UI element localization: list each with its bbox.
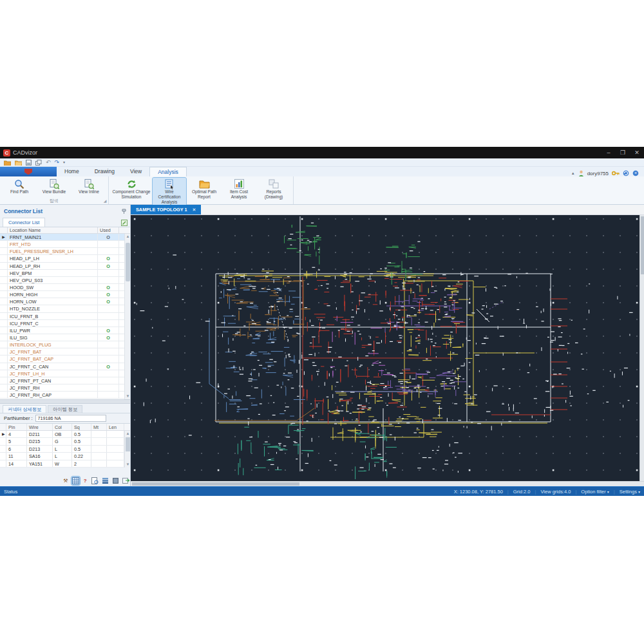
ribbon-tab-home[interactable]: Home [57, 167, 87, 176]
new-folder-icon[interactable] [4, 160, 11, 166]
connector-row[interactable]: ILU_SIGO [0, 334, 130, 341]
grid-setting[interactable]: Grid:2.0 [513, 489, 531, 495]
connector-row[interactable]: JC_FRNT_BAT [0, 348, 130, 355]
connector-row[interactable]: ICU_FRNT_B [0, 313, 130, 320]
canvas-vertical-scrollbar[interactable] [639, 215, 644, 481]
copy-icon[interactable] [35, 160, 42, 166]
dialog-launcher-icon[interactable]: ◢ [103, 199, 107, 203]
connector-row[interactable]: INTERLOCK_PLUG [0, 341, 130, 348]
column-used[interactable]: Used [98, 227, 119, 233]
tool-help-icon[interactable]: ? [82, 477, 90, 485]
redo-icon[interactable]: ↷ [55, 159, 60, 166]
pin-column-len[interactable]: Len [107, 424, 124, 430]
help-icon[interactable]: « [632, 170, 639, 176]
pin-row[interactable]: 6D213L0.5 [0, 446, 130, 453]
item-cost-analysis-button[interactable]: Item Cost Analysis [222, 178, 256, 200]
view-bundle-button[interactable]: View Bundle [37, 178, 71, 195]
connector-row[interactable]: ICU_FRNT_C [0, 320, 130, 327]
undo-icon[interactable]: ↶ [46, 159, 51, 166]
column-location-name[interactable]: Location Name [8, 227, 98, 233]
restore-button[interactable]: ❐ [616, 147, 630, 158]
detail-tab[interactable]: 아이템 정보 [48, 405, 82, 413]
location-name: HORN_HIGH [8, 291, 98, 298]
view-grid-setting[interactable]: View grids:4.0 [540, 489, 571, 495]
panel-splitter[interactable] [0, 399, 130, 404]
connector-row[interactable]: JC_FRNT_PT_CAN [0, 377, 130, 384]
pin-row[interactable]: 11SA16L0.22 [0, 453, 130, 460]
tool-hammer-icon[interactable]: ⚒ [62, 477, 70, 485]
connector-row[interactable]: HOOD_SWO [0, 284, 130, 291]
connector-row[interactable]: JC_FRNT_BAT_CAP [0, 355, 130, 363]
connector-row[interactable]: HEAD_LP_RHO [0, 263, 130, 270]
scroll-up-icon[interactable]: ▲ [125, 431, 131, 437]
connector-row[interactable]: HEAD_LP_LHO [0, 255, 130, 262]
connector-rows: ▶FRNT_MAIN21OFRT_HTDFUEL_PRESSURE_SNSR_L… [0, 234, 130, 399]
detail-tab[interactable]: 커넥터 상세정보 [3, 405, 46, 413]
sync-icon[interactable] [623, 170, 629, 176]
tool-export-icon[interactable] [122, 477, 130, 485]
optimal-path-report-button[interactable]: Optimal Path Report [187, 178, 221, 200]
pin-column-col[interactable]: Col [53, 424, 72, 430]
tool-book-icon[interactable] [111, 477, 120, 485]
connector-row[interactable]: FUEL_PRESSURE_SNSR_LH [0, 248, 130, 255]
tab-connector-list[interactable]: Connector List [3, 218, 45, 227]
save-icon[interactable] [26, 160, 32, 166]
scroll-down-icon[interactable]: ▼ [125, 462, 131, 468]
close-button[interactable]: ✕ [630, 147, 644, 158]
part-number-field[interactable]: 719186 NA [35, 415, 106, 422]
tool-layers-icon[interactable] [101, 477, 109, 485]
connector-row[interactable]: ILU_PWRO [0, 327, 130, 334]
ribbon-tab-view[interactable]: View [122, 167, 149, 176]
topology-drawing-canvas[interactable] [131, 215, 639, 481]
pin-column-pin[interactable]: Pin [6, 424, 27, 430]
collapse-ribbon-icon[interactable]: ▲ [571, 171, 575, 175]
scroll-up-icon[interactable]: ▲ [125, 234, 131, 240]
connector-row[interactable]: HTD_NOZZLE [0, 305, 130, 312]
connector-row[interactable]: ▶FRNT_MAIN21O [0, 234, 130, 241]
connector-row[interactable]: HORN_HIGHO [0, 291, 130, 298]
settings-dropdown[interactable]: Settings ▾ [620, 489, 640, 495]
document-tab[interactable]: SAMPLE TOPOLOGY 1 ✕ [131, 205, 201, 214]
location-name: ICU_FRNT_B [8, 313, 98, 319]
connector-row[interactable]: JC_FRNT_RH [0, 384, 130, 392]
scroll-down-icon[interactable]: ▼ [125, 393, 131, 399]
ribbon-tab-analysis[interactable]: Analysis [149, 167, 187, 176]
user-name[interactable]: dory9755 [587, 171, 609, 176]
key-icon[interactable] [612, 171, 620, 176]
wire-certification-analysis-button[interactable]: Wire Certification Analysis [153, 178, 186, 206]
pin-table-scrollbar[interactable]: ▲ ▼ [124, 431, 130, 468]
connector-row[interactable]: JC_FRNT_LH_H [0, 370, 130, 377]
minimize-button[interactable]: – [601, 147, 616, 158]
option-filter-dropdown[interactable]: Option filter ▾ [581, 489, 609, 495]
connector-row[interactable]: FRT_HTD [0, 241, 130, 248]
find-path-button[interactable]: Find Path [3, 178, 36, 195]
reports-drawing--button[interactable]: Reports (Drawing) [257, 178, 290, 200]
document-close-icon[interactable]: ✕ [193, 207, 196, 213]
open-folder-icon[interactable] [15, 160, 22, 166]
quick-access-dropdown-icon[interactable]: ▾ [63, 159, 65, 166]
scroll-thumb[interactable] [126, 243, 130, 281]
pin-column-sq[interactable]: Sq [72, 424, 91, 430]
application-menu-button[interactable] [0, 167, 57, 176]
status-text: Status [4, 489, 17, 495]
connector-row[interactable]: JC_FRNT_RH_CAP [0, 392, 130, 399]
ribbon-tab-drawing[interactable]: Drawing [87, 167, 122, 176]
view-inline-button[interactable]: View Inline [72, 178, 106, 195]
component-change-simulation-button[interactable]: Component Change Simulation [111, 178, 151, 200]
tool-search-doc-icon[interactable] [91, 477, 99, 485]
connector-row[interactable]: HEV_OPU_S03 [0, 277, 130, 284]
connector-row[interactable]: HORN_LOWO [0, 298, 130, 305]
pin-row[interactable]: 14YA151W2 [0, 460, 130, 468]
pin-row[interactable]: ▶4D211OB0.5 [0, 431, 130, 438]
pin-column-mt[interactable]: Mt [91, 424, 107, 430]
pin-column-wire[interactable]: Wire [27, 424, 53, 430]
pin-row[interactable]: 5D215G0.5 [0, 438, 130, 445]
connector-scrollbar[interactable]: ▲ ▼ [124, 234, 130, 399]
scroll-thumb[interactable] [126, 437, 130, 451]
edit-filter-icon[interactable] [121, 220, 128, 226]
connector-row[interactable]: HEV_BPM [0, 270, 130, 277]
pin-panel-icon[interactable] [122, 209, 126, 214]
connector-row[interactable]: JC_FRNT_C_CANO [0, 363, 130, 370]
canvas-horizontal-scrollbar[interactable] [131, 481, 644, 486]
tool-grid-icon[interactable] [71, 477, 80, 485]
